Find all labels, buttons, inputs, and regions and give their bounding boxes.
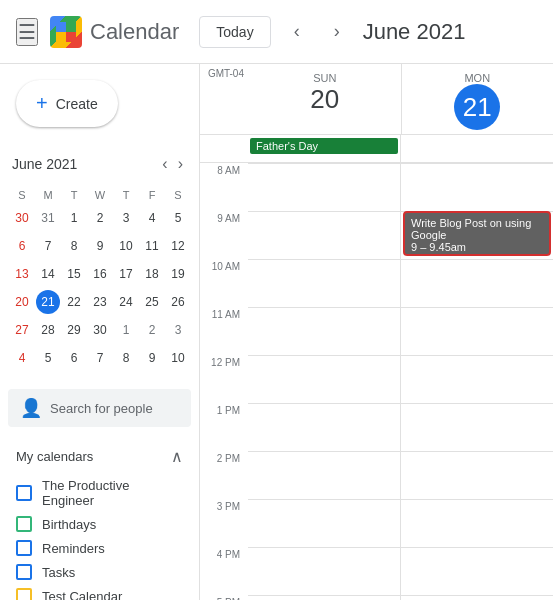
mini-day-2[interactable]: 2 [140, 318, 164, 342]
hour-line-5 [248, 403, 400, 451]
mini-day-24[interactable]: 24 [114, 290, 138, 314]
cal-item-test-calendar[interactable]: Test Calendar [0, 584, 199, 600]
cal-item-tasks[interactable]: Tasks [0, 560, 199, 584]
weekday-t: T [62, 187, 86, 203]
mini-day-28[interactable]: 28 [36, 318, 60, 342]
cal-label-productive: The Productive Engineer [42, 478, 183, 508]
mon-hour-line-5 [401, 403, 553, 451]
mini-day-7[interactable]: 7 [88, 346, 112, 370]
mini-day-3[interactable]: 3 [166, 318, 190, 342]
cal-item-birthdays[interactable]: Birthdays [0, 512, 199, 536]
mini-day-4[interactable]: 4 [10, 346, 34, 370]
mini-day-30[interactable]: 30 [10, 206, 34, 230]
mini-day-9[interactable]: 9 [88, 234, 112, 258]
time-label-5pm: 5 PM [200, 595, 248, 600]
calendar-content: GMT-04 SUN 20 MON 21 Father's Day 8 AM 9… [200, 64, 553, 600]
mini-day-2[interactable]: 2 [88, 206, 112, 230]
mini-day-27[interactable]: 27 [10, 318, 34, 342]
mini-cal-prev[interactable]: ‹ [158, 151, 171, 177]
menu-icon[interactable]: ☰ [16, 18, 38, 46]
mini-day-6[interactable]: 6 [62, 346, 86, 370]
mini-day-23[interactable]: 23 [88, 290, 112, 314]
mini-day-19[interactable]: 19 [166, 262, 190, 286]
mon-hour-line-6 [401, 451, 553, 499]
mon-hour-line-4 [401, 355, 553, 403]
col-header-row: GMT-04 SUN 20 MON 21 [200, 64, 553, 135]
time-label-4pm: 4 PM [200, 547, 248, 595]
my-calendars-title: My calendars [16, 449, 93, 464]
cal-item-reminders[interactable]: Reminders [0, 536, 199, 560]
my-calendars-header[interactable]: My calendars ∧ [0, 439, 199, 474]
time-label-8am: 8 AM [200, 163, 248, 211]
today-button[interactable]: Today [199, 16, 270, 48]
mini-day-14[interactable]: 14 [36, 262, 60, 286]
create-plus-icon: + [36, 92, 48, 115]
mini-day-9[interactable]: 9 [140, 346, 164, 370]
mini-day-15[interactable]: 15 [62, 262, 86, 286]
mini-day-6[interactable]: 6 [10, 234, 34, 258]
mini-day-4[interactable]: 4 [140, 206, 164, 230]
time-label-9am: 9 AM [200, 211, 248, 259]
mon-hour-line-3 [401, 307, 553, 355]
app-title: Calendar [90, 19, 179, 45]
grid-col-sun [248, 163, 400, 600]
mini-day-17[interactable]: 17 [114, 262, 138, 286]
mini-cal-title: June 2021 [12, 156, 77, 172]
my-calendars-section: My calendars ∧ The Productive Engineer B… [0, 435, 199, 600]
cal-item-productive-engineer[interactable]: The Productive Engineer [0, 474, 199, 512]
mini-day-22[interactable]: 22 [62, 290, 86, 314]
mini-day-7[interactable]: 7 [36, 234, 60, 258]
prev-arrow[interactable]: ‹ [279, 14, 315, 50]
mini-day-21[interactable]: 21 [36, 290, 60, 314]
mini-day-31[interactable]: 31 [36, 206, 60, 230]
hour-line-3 [248, 307, 400, 355]
mini-calendar: June 2021 ‹ › S M T W T F S [0, 143, 199, 381]
hour-line-4 [248, 355, 400, 403]
hour-line-9 [248, 595, 400, 600]
mini-day-29[interactable]: 29 [62, 318, 86, 342]
mini-day-20[interactable]: 20 [10, 290, 34, 314]
create-label: Create [56, 96, 98, 112]
mini-day-30[interactable]: 30 [88, 318, 112, 342]
time-label-10am: 10 AM [200, 259, 248, 307]
mini-day-25[interactable]: 25 [140, 290, 164, 314]
hour-line-1 [248, 211, 400, 259]
blog-post-event[interactable]: Write Blog Post on using Google 9 – 9.45… [403, 211, 551, 256]
fathers-day-event[interactable]: Father's Day [250, 138, 398, 154]
col-header-mon: MON 21 [401, 64, 554, 134]
top-header: ☰ Calendar Today ‹ › June 2021 [0, 0, 553, 64]
mini-day-1[interactable]: 1 [114, 318, 138, 342]
hour-line-2 [248, 259, 400, 307]
mini-day-26[interactable]: 26 [166, 290, 190, 314]
weekday-s2: S [166, 187, 190, 203]
mini-day-1[interactable]: 1 [62, 206, 86, 230]
cal-checkbox-reminders [16, 540, 32, 556]
time-label-3pm: 3 PM [200, 499, 248, 547]
mini-day-11[interactable]: 11 [140, 234, 164, 258]
mini-day-16[interactable]: 16 [88, 262, 112, 286]
mini-day-12[interactable]: 12 [166, 234, 190, 258]
grid-cols: Write Blog Post on using Google 9 – 9.45… [248, 163, 553, 600]
mon-hour-line-9 [401, 595, 553, 600]
search-people[interactable]: 👤 Search for people [8, 389, 191, 427]
mini-day-18[interactable]: 18 [140, 262, 164, 286]
create-button[interactable]: + Create [16, 80, 118, 127]
mini-day-10[interactable]: 10 [114, 234, 138, 258]
mini-day-13[interactable]: 13 [10, 262, 34, 286]
google-logo-icon [50, 16, 82, 48]
my-calendars-toggle: ∧ [171, 447, 183, 466]
mini-day-5[interactable]: 5 [36, 346, 60, 370]
mini-day-3[interactable]: 3 [114, 206, 138, 230]
grid-col-mon: Write Blog Post on using Google 9 – 9.45… [400, 163, 553, 600]
mon-day-name: MON [402, 72, 554, 84]
mini-day-8[interactable]: 8 [114, 346, 138, 370]
time-label-2pm: 2 PM [200, 451, 248, 499]
next-arrow[interactable]: › [319, 14, 355, 50]
mini-cal-next[interactable]: › [174, 151, 187, 177]
svg-rect-0 [56, 22, 66, 32]
mini-day-8[interactable]: 8 [62, 234, 86, 258]
mini-day-5[interactable]: 5 [166, 206, 190, 230]
hour-line-6 [248, 451, 400, 499]
mini-day-10[interactable]: 10 [166, 346, 190, 370]
nav-arrows: ‹ › [279, 14, 355, 50]
